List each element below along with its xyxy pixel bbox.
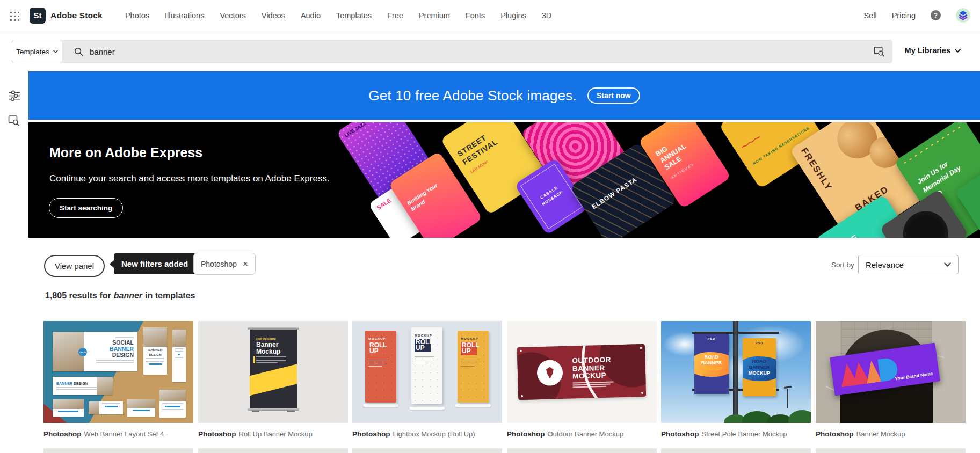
pricing-link[interactable]: Pricing (892, 11, 916, 20)
next-row-card-top (43, 448, 193, 453)
visual-search-icon[interactable] (874, 46, 885, 57)
hero-subtitle: Continue your search and access more tem… (49, 173, 330, 184)
filters-panel-icon[interactable] (8, 90, 20, 104)
mock-banner: BANNER DESIGN (143, 327, 167, 375)
start-now-button[interactable]: Start now (587, 87, 640, 104)
template-card-street-pole-banner[interactable]: PSD ROADBANNER MOCKUP PSD ROADBANNER MOC… (661, 321, 811, 438)
mock-banner: BANNER DESIGN (53, 377, 113, 395)
collage-text: LIVE JAZZ (344, 122, 367, 138)
mock-pole (733, 321, 738, 423)
card-label: PhotoshopWeb Banner Layout Set 4 (43, 430, 193, 438)
collage-text: SALE (375, 197, 392, 211)
nav-plugins[interactable]: Plugins (500, 11, 526, 20)
card-thumbnail: Roll-Up Stand BannerMockup (198, 321, 348, 423)
nav-audio[interactable]: Audio (301, 11, 321, 20)
primary-nav: Photos Illustrations Vectors Videos Audi… (125, 11, 551, 20)
top-nav-bar: St Adobe Stock Photos Illustrations Vect… (0, 0, 980, 31)
mock-banner: PSD ROADBANNER MOCKUP (694, 334, 729, 394)
header-left: St Adobe Stock Photos Illustrations Vect… (0, 8, 551, 24)
header-right: Sell Pricing ? (863, 8, 980, 23)
nav-illustrations[interactable]: Illustrations (165, 11, 204, 20)
filter-chip-label: Photoshop (201, 260, 237, 268)
app-grid-icon[interactable] (9, 10, 19, 21)
collage-text: Building Your Brand (406, 177, 449, 212)
card-thumbnail: PSD ROADBANNER MOCKUP PSD ROADBANNER MOC… (661, 321, 811, 423)
card-label: PhotoshopLightbox Mockup (Roll Up) (352, 430, 502, 438)
template-card-web-banner-layout[interactable]: SOCIAL BANNER DESIGN CLICK BANNER DESIGN… (43, 321, 193, 438)
hero-title: More on Adobe Express (49, 145, 202, 160)
visual-search-rail-icon[interactable] (8, 115, 20, 128)
chevron-down-icon (53, 50, 58, 53)
sort-by-label: Sort by (831, 261, 854, 269)
mock-rollup: Roll-Up Stand BannerMockup (250, 330, 297, 408)
mock-banner (53, 399, 84, 417)
promo-message: Get 10 free Adobe Stock images. (368, 87, 577, 104)
collage-text: BIG ANNUAL SALE ANTIQUES (655, 136, 698, 180)
help-icon[interactable]: ? (931, 10, 941, 20)
sort-value: Relevance (866, 260, 944, 269)
template-card-outdoor-banner[interactable]: OUTDOORBANNERMOCKUP PhotoshopOutdoor Ban… (507, 321, 657, 438)
mock-foliage (724, 412, 811, 423)
mock-banner (89, 401, 123, 414)
nav-templates[interactable]: Templates (336, 11, 372, 20)
nav-photos[interactable]: Photos (125, 11, 149, 20)
nav-3d[interactable]: 3D (542, 11, 552, 20)
mock-banner: PSD ROADBANNER MOCKUP (743, 338, 776, 396)
card-label: PhotoshopOutdoor Banner Mockup (507, 430, 657, 438)
mock-banner: SOCIAL BANNER DESIGN CLICK (53, 332, 137, 371)
mock-banner (172, 330, 186, 382)
close-icon[interactable]: × (243, 259, 248, 268)
search-icon (74, 47, 84, 57)
search-scope-dropdown[interactable]: Templates (12, 40, 62, 63)
card-label: PhotoshopStreet Pole Banner Mockup (661, 430, 811, 438)
new-filters-tooltip: New filters added (114, 253, 195, 274)
template-card-banner-mockup[interactable]: Your Brand Name PhotoshopBanner Mockup (816, 321, 966, 438)
template-card-lightbox-rollup[interactable]: MOCKUP ROLLUP MOCKUP ROLLUP MOCKUP ROLLU… (352, 321, 502, 438)
sell-link[interactable]: Sell (863, 11, 876, 20)
nav-vectors[interactable]: Vectors (220, 11, 245, 20)
next-row-card-top (198, 448, 348, 453)
my-libraries-label: My Libraries (905, 46, 950, 55)
filter-chip-photoshop[interactable]: Photoshop × (193, 253, 256, 275)
adobe-express-hero: LIVE JAZZ SALE Building Your Brand STREE… (28, 122, 980, 238)
search-bar: Templates banner (12, 40, 892, 63)
search-scope-value: Templates (16, 48, 49, 56)
nav-videos[interactable]: Videos (262, 11, 285, 20)
card-label: PhotoshopBanner Mockup (816, 430, 966, 438)
mock-rollup: MOCKUP ROLLUP (458, 331, 489, 403)
next-row-card-top (507, 448, 657, 453)
card-label: PhotoshopRoll Up Banner Mockup (198, 430, 348, 438)
search-row: Templates banner My Lib (0, 31, 980, 71)
collage-squiggle: ~~~ (737, 130, 764, 156)
my-libraries-dropdown[interactable]: My Libraries (905, 46, 961, 55)
card-thumbnail: SOCIAL BANNER DESIGN CLICK BANNER DESIGN… (43, 321, 193, 423)
chevron-down-icon (944, 262, 951, 267)
next-row-card-top (816, 448, 966, 453)
card-thumbnail: Your Brand Name (816, 321, 966, 423)
brand-name[interactable]: Adobe Stock (50, 11, 103, 20)
mock-banner: OUTDOORBANNERMOCKUP (517, 344, 646, 400)
adobe-stock-logo-icon[interactable]: St (30, 8, 46, 24)
next-row-card-top (352, 448, 502, 453)
nav-free[interactable]: Free (387, 11, 403, 20)
card-thumbnail: MOCKUP ROLLUP MOCKUP ROLLUP MOCKUP ROLLU… (352, 321, 502, 423)
start-searching-button[interactable]: Start searching (49, 198, 123, 218)
mock-banner (127, 399, 155, 417)
nav-premium[interactable]: Premium (419, 11, 450, 20)
adobe-stock-page: St Adobe Stock Photos Illustrations Vect… (0, 0, 980, 453)
sort-dropdown[interactable]: Relevance (858, 255, 959, 274)
card-thumbnail: OUTDOORBANNERMOCKUP (507, 321, 657, 423)
search-input[interactable]: banner (90, 47, 892, 56)
next-row-card-top (661, 448, 811, 453)
nav-fonts[interactable]: Fonts (466, 11, 485, 20)
mock-rollup: MOCKUP ROLLUP (411, 327, 442, 404)
mock-banner (159, 390, 186, 418)
mock-rollup: MOCKUP ROLLUP (365, 331, 396, 403)
collage-text: FRESHLY (798, 146, 834, 193)
account-avatar[interactable] (956, 8, 970, 23)
free-images-promo-banner: Get 10 free Adobe Stock images. Start no… (28, 71, 980, 120)
view-panel-button[interactable]: View panel (44, 255, 105, 277)
mock-streetlamp (787, 389, 788, 408)
collage-text: TONE (831, 232, 860, 238)
template-card-rollup-banner[interactable]: Roll-Up Stand BannerMockup PhotoshopRoll… (198, 321, 348, 438)
